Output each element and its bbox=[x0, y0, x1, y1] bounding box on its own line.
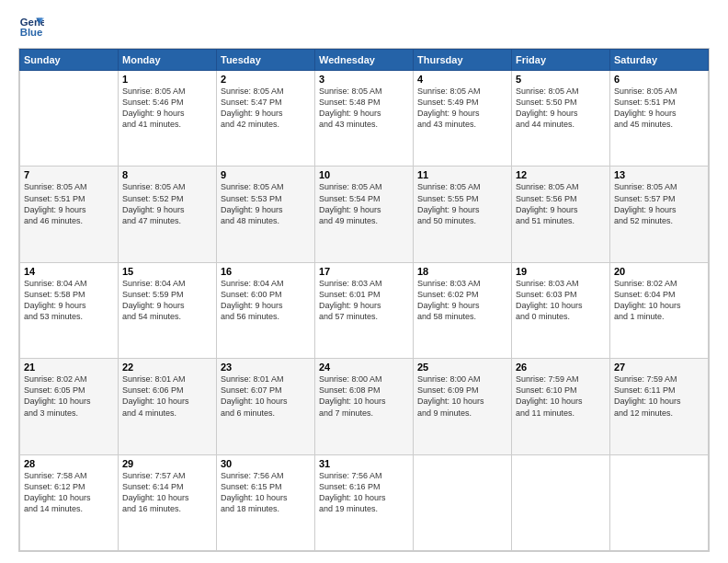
calendar-cell: 17Sunrise: 8:03 AM Sunset: 6:01 PM Dayli… bbox=[315, 262, 414, 358]
calendar-cell: 5Sunrise: 8:05 AM Sunset: 5:50 PM Daylig… bbox=[512, 71, 610, 167]
day-info: Sunrise: 8:05 AM Sunset: 5:56 PM Dayligh… bbox=[516, 181, 606, 226]
calendar-cell: 20Sunrise: 8:02 AM Sunset: 6:04 PM Dayli… bbox=[610, 262, 709, 358]
day-info: Sunrise: 7:58 AM Sunset: 6:12 PM Dayligh… bbox=[24, 470, 114, 515]
day-info: Sunrise: 8:05 AM Sunset: 5:47 PM Dayligh… bbox=[221, 86, 311, 131]
logo: General Blue bbox=[18, 15, 48, 40]
day-info: Sunrise: 8:01 AM Sunset: 6:06 PM Dayligh… bbox=[122, 373, 212, 419]
day-number: 11 bbox=[417, 169, 507, 180]
day-number: 7 bbox=[24, 169, 114, 180]
day-info: Sunrise: 8:03 AM Sunset: 6:02 PM Dayligh… bbox=[417, 278, 507, 323]
day-number: 2 bbox=[221, 74, 311, 85]
calendar-cell: 1Sunrise: 8:05 AM Sunset: 5:46 PM Daylig… bbox=[119, 71, 217, 167]
calendar-cell: 7Sunrise: 8:05 AM Sunset: 5:51 PM Daylig… bbox=[20, 167, 119, 262]
day-number: 4 bbox=[417, 74, 507, 85]
calendar-cell: 21Sunrise: 8:02 AM Sunset: 6:05 PM Dayli… bbox=[20, 359, 119, 454]
calendar-cell: 26Sunrise: 7:59 AM Sunset: 6:10 PM Dayli… bbox=[512, 359, 610, 454]
weekday-header-thursday: Thursday bbox=[414, 50, 512, 71]
calendar-cell: 14Sunrise: 8:04 AM Sunset: 5:58 PM Dayli… bbox=[20, 262, 119, 358]
calendar-cell: 23Sunrise: 8:01 AM Sunset: 6:07 PM Dayli… bbox=[217, 359, 315, 454]
day-info: Sunrise: 8:04 AM Sunset: 5:59 PM Dayligh… bbox=[122, 278, 212, 323]
day-number: 23 bbox=[221, 362, 311, 373]
day-info: Sunrise: 8:03 AM Sunset: 6:03 PM Dayligh… bbox=[516, 278, 606, 323]
day-number: 18 bbox=[417, 266, 507, 277]
calendar-cell: 12Sunrise: 8:05 AM Sunset: 5:56 PM Dayli… bbox=[512, 167, 610, 262]
calendar-cell bbox=[20, 71, 119, 167]
svg-text:Blue: Blue bbox=[20, 27, 43, 38]
day-number: 30 bbox=[221, 458, 311, 469]
day-number: 29 bbox=[122, 458, 212, 469]
day-info: Sunrise: 8:05 AM Sunset: 5:55 PM Dayligh… bbox=[417, 181, 507, 226]
calendar-cell: 4Sunrise: 8:05 AM Sunset: 5:49 PM Daylig… bbox=[414, 71, 512, 167]
day-number: 13 bbox=[614, 169, 704, 180]
day-info: Sunrise: 8:05 AM Sunset: 5:51 PM Dayligh… bbox=[24, 181, 114, 226]
day-number: 21 bbox=[24, 362, 114, 373]
calendar-cell bbox=[414, 454, 512, 550]
day-info: Sunrise: 8:05 AM Sunset: 5:52 PM Dayligh… bbox=[122, 181, 212, 226]
day-number: 14 bbox=[24, 266, 114, 277]
day-number: 24 bbox=[319, 362, 409, 373]
day-info: Sunrise: 7:59 AM Sunset: 6:10 PM Dayligh… bbox=[516, 373, 606, 419]
calendar-cell: 9Sunrise: 8:05 AM Sunset: 5:53 PM Daylig… bbox=[217, 167, 315, 262]
calendar-cell: 19Sunrise: 8:03 AM Sunset: 6:03 PM Dayli… bbox=[512, 262, 610, 358]
calendar-cell: 27Sunrise: 7:59 AM Sunset: 6:11 PM Dayli… bbox=[610, 359, 709, 454]
calendar-cell: 15Sunrise: 8:04 AM Sunset: 5:59 PM Dayli… bbox=[119, 262, 217, 358]
day-info: Sunrise: 8:05 AM Sunset: 5:51 PM Dayligh… bbox=[614, 86, 704, 131]
day-info: Sunrise: 7:59 AM Sunset: 6:11 PM Dayligh… bbox=[614, 373, 704, 419]
day-number: 19 bbox=[516, 266, 606, 277]
weekday-header-friday: Friday bbox=[512, 50, 610, 71]
day-number: 10 bbox=[319, 169, 409, 180]
calendar-cell: 18Sunrise: 8:03 AM Sunset: 6:02 PM Dayli… bbox=[414, 262, 512, 358]
calendar-cell: 29Sunrise: 7:57 AM Sunset: 6:14 PM Dayli… bbox=[119, 454, 217, 550]
day-number: 16 bbox=[221, 266, 311, 277]
calendar-cell: 8Sunrise: 8:05 AM Sunset: 5:52 PM Daylig… bbox=[119, 167, 217, 262]
calendar-cell: 6Sunrise: 8:05 AM Sunset: 5:51 PM Daylig… bbox=[610, 71, 709, 167]
calendar-cell: 11Sunrise: 8:05 AM Sunset: 5:55 PM Dayli… bbox=[414, 167, 512, 262]
calendar-cell: 16Sunrise: 8:04 AM Sunset: 6:00 PM Dayli… bbox=[217, 262, 315, 358]
calendar-cell: 10Sunrise: 8:05 AM Sunset: 5:54 PM Dayli… bbox=[315, 167, 414, 262]
day-info: Sunrise: 8:02 AM Sunset: 6:05 PM Dayligh… bbox=[24, 373, 114, 419]
calendar: SundayMondayTuesdayWednesdayThursdayFrid… bbox=[18, 48, 710, 552]
weekday-header-wednesday: Wednesday bbox=[315, 50, 414, 71]
calendar-cell bbox=[512, 454, 610, 550]
day-number: 25 bbox=[417, 362, 507, 373]
weekday-header-saturday: Saturday bbox=[610, 50, 709, 71]
day-number: 1 bbox=[122, 74, 212, 85]
day-number: 28 bbox=[24, 458, 114, 469]
calendar-cell: 28Sunrise: 7:58 AM Sunset: 6:12 PM Dayli… bbox=[20, 454, 119, 550]
day-number: 20 bbox=[614, 266, 704, 277]
day-info: Sunrise: 8:05 AM Sunset: 5:46 PM Dayligh… bbox=[122, 86, 212, 131]
logo-icon: General Blue bbox=[18, 15, 44, 40]
day-number: 31 bbox=[319, 458, 409, 469]
day-info: Sunrise: 8:05 AM Sunset: 5:53 PM Dayligh… bbox=[221, 181, 311, 226]
day-info: Sunrise: 7:56 AM Sunset: 6:16 PM Dayligh… bbox=[319, 470, 409, 515]
day-number: 3 bbox=[319, 74, 409, 85]
day-number: 27 bbox=[614, 362, 704, 373]
day-info: Sunrise: 8:05 AM Sunset: 5:57 PM Dayligh… bbox=[614, 181, 704, 226]
calendar-cell: 13Sunrise: 8:05 AM Sunset: 5:57 PM Dayli… bbox=[610, 167, 709, 262]
calendar-cell: 24Sunrise: 8:00 AM Sunset: 6:08 PM Dayli… bbox=[315, 359, 414, 454]
weekday-header-monday: Monday bbox=[119, 50, 217, 71]
day-info: Sunrise: 8:05 AM Sunset: 5:48 PM Dayligh… bbox=[319, 86, 409, 131]
day-number: 12 bbox=[516, 169, 606, 180]
day-info: Sunrise: 7:56 AM Sunset: 6:15 PM Dayligh… bbox=[221, 470, 311, 515]
calendar-cell bbox=[610, 454, 709, 550]
day-number: 22 bbox=[122, 362, 212, 373]
calendar-cell: 25Sunrise: 8:00 AM Sunset: 6:09 PM Dayli… bbox=[414, 359, 512, 454]
day-info: Sunrise: 8:01 AM Sunset: 6:07 PM Dayligh… bbox=[221, 373, 311, 419]
calendar-cell: 22Sunrise: 8:01 AM Sunset: 6:06 PM Dayli… bbox=[119, 359, 217, 454]
day-number: 8 bbox=[122, 169, 212, 180]
day-number: 15 bbox=[122, 266, 212, 277]
day-info: Sunrise: 8:05 AM Sunset: 5:50 PM Dayligh… bbox=[516, 86, 606, 131]
day-info: Sunrise: 8:02 AM Sunset: 6:04 PM Dayligh… bbox=[614, 278, 704, 323]
day-info: Sunrise: 8:05 AM Sunset: 5:49 PM Dayligh… bbox=[417, 86, 507, 131]
calendar-cell: 3Sunrise: 8:05 AM Sunset: 5:48 PM Daylig… bbox=[315, 71, 414, 167]
day-number: 6 bbox=[614, 74, 704, 85]
day-info: Sunrise: 8:00 AM Sunset: 6:08 PM Dayligh… bbox=[319, 373, 409, 419]
day-info: Sunrise: 8:04 AM Sunset: 5:58 PM Dayligh… bbox=[24, 278, 114, 323]
calendar-cell: 31Sunrise: 7:56 AM Sunset: 6:16 PM Dayli… bbox=[315, 454, 414, 550]
weekday-header-sunday: Sunday bbox=[20, 50, 119, 71]
day-info: Sunrise: 8:00 AM Sunset: 6:09 PM Dayligh… bbox=[417, 373, 507, 419]
day-number: 26 bbox=[516, 362, 606, 373]
day-info: Sunrise: 8:05 AM Sunset: 5:54 PM Dayligh… bbox=[319, 181, 409, 226]
day-number: 9 bbox=[221, 169, 311, 180]
